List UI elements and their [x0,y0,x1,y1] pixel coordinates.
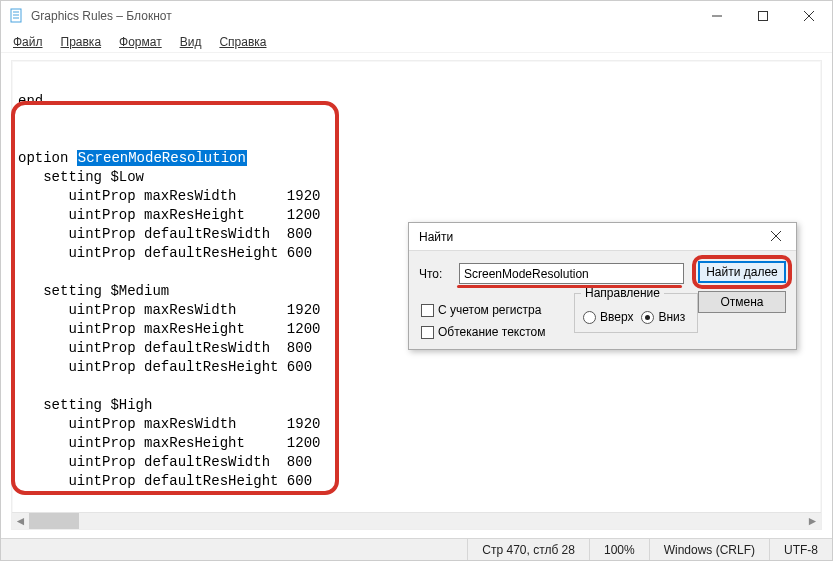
statusbar: Стр 470, стлб 28 100% Windows (CRLF) UTF… [1,538,832,560]
menu-edit[interactable]: Правка [53,33,110,51]
text-line: uintProp maxResWidth 1920 [18,416,320,432]
text-line: uintProp defaultResHeight 600 [18,359,312,375]
text-line: setting $Medium [18,283,169,299]
scroll-left-icon[interactable]: ◄ [12,513,29,530]
radio-up[interactable]: Вверх [583,310,633,324]
text-line: uintProp maxResWidth 1920 [18,188,320,204]
scroll-track[interactable] [79,513,804,529]
radio-down-label: Вниз [658,310,685,324]
direction-label: Направление [581,286,664,300]
text-line: setting $High [18,397,152,413]
svg-rect-5 [759,12,768,21]
wrap-label: Обтекание текстом [438,325,545,339]
menu-help[interactable]: Справка [211,33,274,51]
menubar: Файл Правка Формат Вид Справка [1,31,832,53]
cancel-button[interactable]: Отмена [698,291,786,313]
text-line: uintProp defaultResHeight 600 [18,473,312,489]
menu-format[interactable]: Формат [111,33,170,51]
match-case-label: С учетом регистра [438,303,541,317]
find-dialog-title: Найти [419,230,762,244]
radio-down[interactable]: Вниз [641,310,685,324]
status-encoding: UTF-8 [769,539,832,560]
horizontal-scrollbar[interactable]: ◄ ► [12,512,821,529]
maximize-button[interactable] [740,1,786,31]
text-line: end [18,93,43,109]
status-eol: Windows (CRLF) [649,539,769,560]
status-zoom: 100% [589,539,649,560]
text-line: uintProp maxResHeight 1200 [18,435,320,451]
window-title: Graphics Rules – Блокнот [31,9,694,23]
text-line: uintProp defaultResWidth 800 [18,454,312,470]
selected-text: ScreenModeResolution [77,150,247,166]
menu-file[interactable]: Файл [5,33,51,51]
direction-group: Направление Вверх Вниз [574,293,698,333]
scroll-thumb[interactable] [29,513,79,529]
match-case-checkbox[interactable]: С учетом регистра [421,303,545,317]
minimize-button[interactable] [694,1,740,31]
find-what-input[interactable] [459,263,684,284]
text-line: uintProp maxResHeight 1200 [18,207,320,223]
text-line: uintProp maxResWidth 1920 [18,302,320,318]
titlebar: Graphics Rules – Блокнот [1,1,832,31]
menu-view[interactable]: Вид [172,33,210,51]
text-line: uintProp defaultResWidth 800 [18,226,312,242]
text-line: uintProp defaultResWidth 800 [18,340,312,356]
annotation-underline [457,285,682,288]
find-what-label: Что: [419,267,453,281]
find-dialog: Найти Что: Найти далее Отмена Направлени… [408,222,797,350]
find-close-button[interactable] [762,230,790,244]
app-icon [9,8,25,24]
status-position: Стр 470, стлб 28 [467,539,589,560]
close-button[interactable] [786,1,832,31]
text-line: setting $Low [18,169,144,185]
text-line: option [18,150,77,166]
scroll-right-icon[interactable]: ► [804,513,821,530]
wrap-checkbox[interactable]: Обтекание текстом [421,325,545,339]
radio-up-label: Вверх [600,310,633,324]
text-line: uintProp maxResHeight 1200 [18,321,320,337]
text-line: uintProp defaultResHeight 600 [18,245,312,261]
find-next-button[interactable]: Найти далее [698,261,786,283]
find-dialog-titlebar[interactable]: Найти [409,223,796,251]
